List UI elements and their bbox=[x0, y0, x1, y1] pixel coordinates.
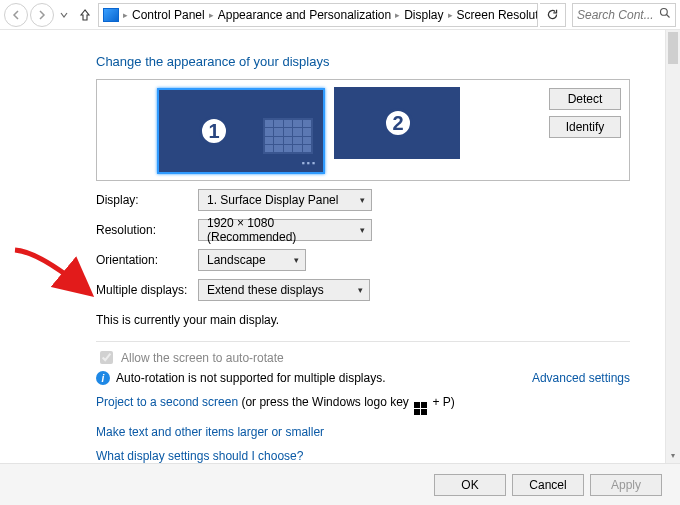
monitor-arrangement-area[interactable]: 1 ▪▪▪ 2 bbox=[97, 80, 519, 180]
refresh-button[interactable] bbox=[540, 3, 566, 27]
display-icon bbox=[103, 8, 119, 22]
resolution-label: Resolution: bbox=[96, 223, 190, 237]
which-settings-link[interactable]: What display settings should I choose? bbox=[96, 449, 640, 463]
breadcrumb-item[interactable]: Screen Resolution bbox=[457, 8, 538, 22]
display-label: Display: bbox=[96, 193, 190, 207]
chevron-down-icon: ▾ bbox=[360, 195, 365, 205]
project-row: Project to a second screen (or press the… bbox=[96, 395, 640, 415]
breadcrumb[interactable]: ▸ Control Panel ▸ Appearance and Persona… bbox=[98, 3, 538, 27]
scroll-down-button[interactable]: ▾ bbox=[666, 448, 680, 463]
breadcrumb-item[interactable]: Appearance and Personalization bbox=[218, 8, 391, 22]
monitor-2[interactable]: 2 bbox=[335, 88, 459, 158]
recent-locations-dropdown[interactable] bbox=[56, 3, 72, 27]
chevron-right-icon: ▸ bbox=[448, 10, 453, 20]
display-select[interactable]: 1. Surface Display Panel ▾ bbox=[198, 189, 372, 211]
up-button[interactable] bbox=[76, 4, 94, 26]
orientation-label: Orientation: bbox=[96, 253, 190, 267]
display-select-value: 1. Surface Display Panel bbox=[207, 193, 338, 207]
chevron-right-icon: ▸ bbox=[123, 10, 128, 20]
monitor-1[interactable]: 1 ▪▪▪ bbox=[157, 88, 325, 174]
forward-button[interactable] bbox=[30, 3, 54, 27]
chevron-right-icon: ▸ bbox=[395, 10, 400, 20]
info-icon: i bbox=[96, 371, 110, 385]
search-input[interactable]: Search Cont... bbox=[572, 3, 676, 27]
search-placeholder: Search Cont... bbox=[577, 8, 654, 22]
display-arrangement-box: 1 ▪▪▪ 2 Detect Identify bbox=[96, 79, 630, 181]
orientation-select[interactable]: Landscape ▾ bbox=[198, 249, 306, 271]
monitor-number-badge: 2 bbox=[383, 108, 413, 138]
breadcrumb-item[interactable]: Control Panel bbox=[132, 8, 205, 22]
orientation-select-value: Landscape bbox=[207, 253, 266, 267]
project-hint-after: + P) bbox=[433, 395, 455, 409]
multiple-displays-select[interactable]: Extend these displays ▾ bbox=[198, 279, 370, 301]
start-screen-icon bbox=[263, 118, 313, 154]
multiple-displays-select-value: Extend these displays bbox=[207, 283, 324, 297]
page-title: Change the appearance of your displays bbox=[96, 54, 640, 69]
multiple-displays-label: Multiple displays: bbox=[96, 283, 190, 297]
advanced-settings-link[interactable]: Advanced settings bbox=[532, 371, 630, 385]
ok-button[interactable]: OK bbox=[434, 474, 506, 496]
vertical-scrollbar[interactable]: ▾ bbox=[665, 30, 680, 463]
apply-button: Apply bbox=[590, 474, 662, 496]
back-button[interactable] bbox=[4, 3, 28, 27]
chevron-right-icon: ▸ bbox=[209, 10, 214, 20]
breadcrumb-item[interactable]: Display bbox=[404, 8, 443, 22]
chevron-down-icon: ▾ bbox=[360, 225, 365, 235]
svg-line-1 bbox=[667, 15, 670, 18]
identify-button[interactable]: Identify bbox=[549, 116, 621, 138]
project-to-second-screen-link[interactable]: Project to a second screen bbox=[96, 395, 238, 409]
main-display-note: This is currently your main display. bbox=[96, 313, 640, 327]
auto-rotate-label: Allow the screen to auto-rotate bbox=[121, 351, 284, 365]
cancel-button[interactable]: Cancel bbox=[512, 474, 584, 496]
auto-rotate-info: Auto-rotation is not supported for multi… bbox=[116, 371, 385, 385]
text-size-link[interactable]: Make text and other items larger or smal… bbox=[96, 425, 640, 439]
detect-button[interactable]: Detect bbox=[549, 88, 621, 110]
divider bbox=[96, 341, 630, 342]
chevron-down-icon: ▾ bbox=[294, 255, 299, 265]
address-bar: ▸ Control Panel ▸ Appearance and Persona… bbox=[0, 0, 680, 30]
auto-rotate-checkbox bbox=[100, 351, 113, 364]
main-panel: Change the appearance of your displays 1… bbox=[0, 30, 640, 463]
taskbar-dots: ▪▪▪ bbox=[301, 158, 317, 168]
resolution-select[interactable]: 1920 × 1080 (Recommended) ▾ bbox=[198, 219, 372, 241]
resolution-select-value: 1920 × 1080 (Recommended) bbox=[207, 216, 352, 244]
svg-point-0 bbox=[661, 9, 668, 16]
windows-logo-icon bbox=[414, 402, 427, 415]
project-hint-before: (or press the Windows logo key bbox=[241, 395, 412, 409]
search-icon bbox=[659, 7, 671, 22]
chevron-down-icon: ▾ bbox=[358, 285, 363, 295]
monitor-number-badge: 1 bbox=[199, 116, 229, 146]
scroll-thumb[interactable] bbox=[668, 32, 678, 64]
dialog-footer: OK Cancel Apply bbox=[0, 463, 680, 505]
